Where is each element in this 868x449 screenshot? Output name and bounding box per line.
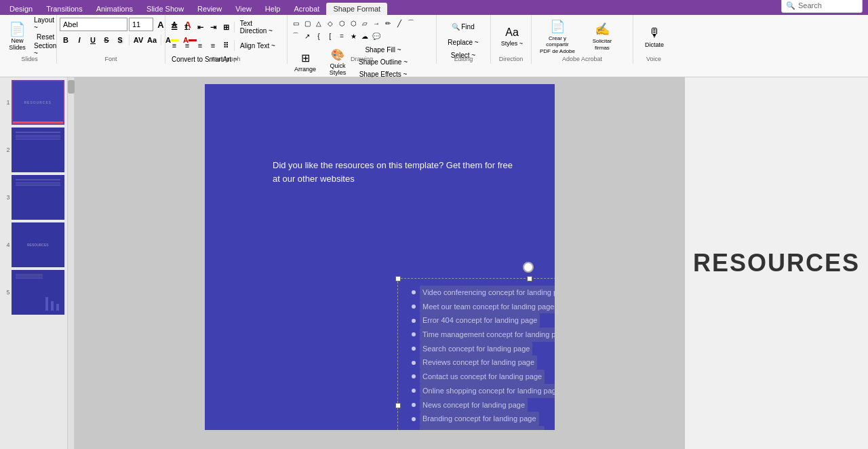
- bullets-button[interactable]: ☰: [168, 21, 180, 33]
- reuse-slides-button[interactable]: Layout ~: [31, 18, 60, 30]
- shape-line-btn[interactable]: ╱: [394, 18, 405, 28]
- list-item: Video conferencing concept for landing p…: [412, 286, 555, 300]
- list-item-text: News concept for landing page: [420, 398, 528, 412]
- shape-cylinder-btn[interactable]: ⬡: [336, 18, 347, 28]
- voice-group: 🎙 Dictate Voice: [633, 15, 674, 64]
- slide-thumb-1[interactable]: RESOURCES: [12, 80, 64, 125]
- reset-button[interactable]: Reset: [31, 31, 60, 43]
- list-items: Video conferencing concept for landing p…: [412, 286, 555, 430]
- text-shadow-button[interactable]: S: [114, 34, 126, 46]
- align-center-button[interactable]: ≡: [181, 39, 193, 52]
- slide-canvas[interactable]: Did you like the resources on this templ…: [205, 84, 555, 430]
- search-box[interactable]: 🔍 Search: [781, 0, 863, 13]
- shape-bracket-btn[interactable]: [: [325, 31, 336, 41]
- section-button[interactable]: Section ~: [31, 43, 60, 56]
- list-item: Reviews concept for landing page: [412, 355, 555, 370]
- shape-curve-btn[interactable]: ⌒: [406, 18, 416, 28]
- slide-thumb-label-1: RESOURCES: [24, 100, 52, 104]
- increase-indent-button[interactable]: ⇥: [207, 21, 219, 33]
- selected-textbox[interactable]: Video conferencing concept for landing p…: [397, 278, 555, 430]
- char-spacing-button[interactable]: AV: [132, 34, 144, 46]
- list-item-text: Flat business landing page template: [420, 426, 545, 430]
- solicitar-firmas-button[interactable]: ✍ Solicitar firmas: [583, 18, 621, 56]
- list-item: Error 404 concept for landing page: [412, 313, 555, 328]
- crear-pdf-button[interactable]: 📄 Crear y compartir PDF de Adobe: [534, 18, 580, 56]
- columns-button[interactable]: ⊞: [220, 21, 232, 33]
- search-icon: 🔍: [786, 1, 795, 10]
- ribbon-tabs-bar: Design Transitions Animations Slide Show…: [0, 0, 868, 15]
- shape-callout-btn[interactable]: 💬: [371, 31, 382, 41]
- font-name-box[interactable]: Abel: [60, 18, 127, 31]
- styles-button[interactable]: Aa Styles ~: [494, 18, 530, 56]
- tab-design[interactable]: Design: [3, 3, 39, 15]
- align-right-button[interactable]: ≡: [194, 39, 206, 52]
- tab-slideshow[interactable]: Slide Show: [140, 3, 191, 15]
- numbering-button[interactable]: 1.: [181, 21, 193, 33]
- styles-group: Aa Styles ~ Direction: [491, 15, 532, 64]
- shape-connector-btn[interactable]: ↗: [302, 31, 313, 41]
- shape-round-rect-btn[interactable]: ▢: [302, 18, 313, 28]
- list-bullet: [412, 319, 416, 323]
- new-slides-button[interactable]: 📄 New Slides: [5, 18, 29, 56]
- list-item-text: Meet our team concept for landing page: [420, 300, 555, 314]
- replace-button[interactable]: Replace ~: [439, 37, 487, 48]
- handle-tl[interactable]: [395, 276, 401, 281]
- dictate-label: Dictate: [645, 41, 664, 48]
- shape-diamond-btn[interactable]: ◇: [325, 18, 336, 28]
- shape-freeform-btn[interactable]: ✏: [382, 18, 393, 28]
- bold-button[interactable]: B: [60, 34, 72, 46]
- tab-view[interactable]: View: [229, 3, 258, 15]
- strikethrough-button[interactable]: S: [100, 34, 113, 46]
- slide-thumb-4[interactable]: RESOURCES: [12, 222, 64, 267]
- text-direction-button[interactable]: Text Direction ~: [237, 18, 281, 37]
- editing-group: 🔍 Find Replace ~ Select ~ Editing: [437, 15, 491, 64]
- italic-button[interactable]: I: [73, 34, 85, 46]
- slide-panel: 1 RESOURCES 2 3: [0, 77, 68, 449]
- underline-button[interactable]: U: [87, 34, 99, 46]
- align-text-button[interactable]: Align Text ~: [237, 40, 279, 52]
- shape-arc-btn[interactable]: ⌒: [290, 31, 301, 41]
- tab-review[interactable]: Review: [191, 3, 229, 15]
- font-case-button[interactable]: Aa: [146, 34, 158, 46]
- handle-ml[interactable]: [395, 403, 401, 408]
- list-item-text: Error 404 concept for landing page: [420, 313, 540, 328]
- dictate-button[interactable]: 🎙 Dictate: [636, 18, 673, 56]
- adobe-group: 📄 Crear y compartir PDF de Adobe ✍ Solic…: [532, 15, 633, 64]
- shape-tri-btn[interactable]: △: [313, 18, 324, 28]
- shape-star-btn[interactable]: ★: [348, 31, 359, 41]
- slide-thumb-5[interactable]: [12, 270, 64, 315]
- shape-rect-btn[interactable]: ▭: [290, 18, 301, 28]
- slides-group: 📄 New Slides Layout ~ Reset Section ~ Sl…: [3, 15, 57, 64]
- shape-para-btn[interactable]: ▱: [359, 18, 370, 28]
- tab-transitions[interactable]: Transitions: [39, 3, 89, 15]
- find-icon: 🔍: [452, 23, 460, 31]
- shape-brace-btn[interactable]: {: [313, 31, 324, 41]
- list-item: Online shopping concept for landing page: [412, 384, 555, 398]
- handle-tc[interactable]: [527, 276, 532, 281]
- find-button[interactable]: 🔍 Find: [439, 18, 487, 35]
- shape-hex-btn[interactable]: ⬡: [348, 18, 359, 28]
- list-item-text: Branding concept for landing page: [420, 412, 539, 426]
- list-bullet: [412, 389, 416, 393]
- tab-acrobat[interactable]: Acrobat: [287, 3, 326, 15]
- font-size-box[interactable]: 11: [129, 18, 153, 31]
- slide-thumb-2[interactable]: [12, 128, 64, 172]
- shape-arrow-btn[interactable]: →: [371, 18, 382, 28]
- slide-panel-scrollbar[interactable]: [68, 77, 75, 449]
- distributed-button[interactable]: ⠿: [220, 39, 232, 52]
- decrease-indent-button[interactable]: ⇤: [194, 21, 206, 33]
- shape-fill-button[interactable]: Shape Fill ~: [355, 44, 411, 56]
- list-bullet: [412, 290, 416, 294]
- shape-eq-btn[interactable]: =: [336, 31, 347, 41]
- rotate-handle[interactable]: [523, 262, 534, 273]
- shape-cloud-btn[interactable]: ☁: [359, 31, 370, 41]
- justify-button[interactable]: ≡: [207, 39, 219, 52]
- tab-help[interactable]: Help: [258, 3, 288, 15]
- font-group: Abel 11 A A A B I U S S AV Aa A: [57, 15, 165, 64]
- tab-animations[interactable]: Animations: [90, 3, 140, 15]
- align-left-button[interactable]: ≡: [168, 39, 180, 52]
- tab-shape-format[interactable]: Shape Format: [326, 3, 387, 15]
- new-slides-icon: 📄: [9, 22, 26, 36]
- slide-thumb-3[interactable]: [12, 175, 64, 220]
- list-item-text: Reviews concept for landing page: [420, 355, 537, 370]
